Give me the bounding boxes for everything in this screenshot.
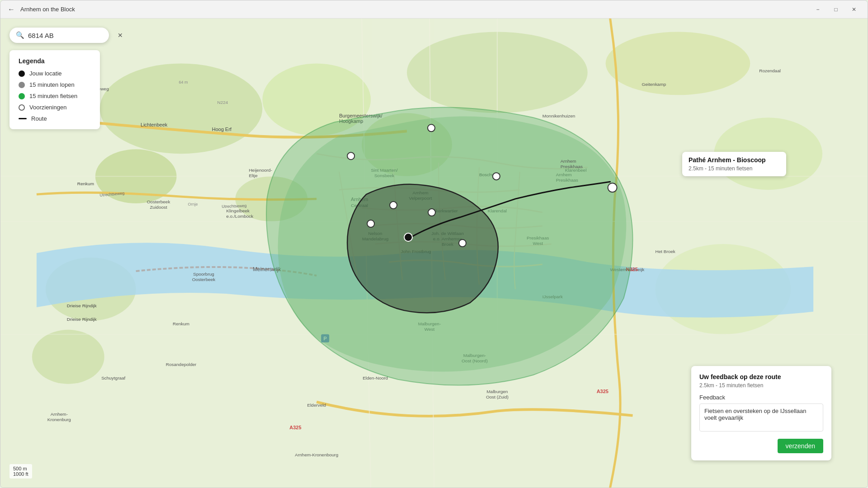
legend-item-route: Route: [19, 115, 91, 122]
location-popup: Pathé Arnhem - Bioscoop 2.5km - 15 minut…: [682, 152, 786, 176]
svg-text:Geitenkamp: Geitenkamp: [642, 82, 666, 87]
search-input[interactable]: [28, 32, 114, 39]
svg-text:Elderveld: Elderveld: [307, 403, 326, 408]
legend-item-amenities: Voorzieningen: [19, 104, 91, 111]
svg-text:Monnikenhuizen: Monnikenhuizen: [542, 113, 576, 118]
svg-text:Rozendaal: Rozendaal: [759, 68, 781, 73]
svg-text:Oost (Zuid): Oost (Zuid): [486, 394, 509, 399]
scale-line2: 1000 ft: [13, 471, 28, 477]
svg-text:Hoog Erf: Hoog Erf: [212, 127, 232, 132]
svg-text:Eltje: Eltje: [249, 173, 258, 178]
legend-label-route: Route: [31, 115, 47, 122]
svg-point-86: [347, 152, 354, 160]
legend-item-location: Jouw locatie: [19, 70, 91, 77]
svg-text:Kronenburg: Kronenburg: [47, 417, 71, 422]
svg-text:Presikhaas: Presikhaas: [561, 164, 583, 169]
svg-text:Schuytgraaf: Schuytgraaf: [101, 375, 125, 380]
feedback-title: Uw feedback op deze route: [699, 373, 823, 380]
scale-line1: 500 m: [13, 466, 28, 471]
svg-text:Drieise Rijndijk: Drieise Rijndijk: [67, 317, 97, 322]
svg-text:Oosterbeek: Oosterbeek: [147, 199, 170, 204]
window-title: Arnhem on the Block: [20, 6, 810, 13]
legend-title: Legenda: [19, 57, 91, 65]
legend-item-cycling: 15 minuten fietsen: [19, 93, 91, 99]
search-icon: 🔍: [16, 31, 24, 39]
scale-bar: 500 m 1000 ft: [9, 464, 32, 479]
svg-text:Elden-Noord: Elden-Noord: [363, 375, 388, 380]
svg-point-95: [608, 183, 617, 192]
clear-icon[interactable]: ✕: [118, 32, 123, 39]
svg-point-10: [32, 330, 104, 384]
legend-label-walking: 15 minuten lopen: [29, 81, 75, 88]
legend-label-amenities: Voorzieningen: [29, 104, 66, 111]
location-popup-title: Pathé Arnhem - Bioscoop: [689, 156, 780, 164]
svg-text:Lichtenbeek: Lichtenbeek: [141, 122, 168, 127]
close-button[interactable]: ✕: [846, 2, 862, 17]
svg-text:Arnhem-: Arnhem-: [51, 412, 68, 417]
svg-text:Arnhem: Arnhem: [561, 159, 576, 164]
svg-text:Drieise Rijndijk: Drieise Rijndijk: [67, 303, 97, 308]
window-controls: − □ ✕: [810, 2, 862, 17]
legend-panel: Legenda Jouw locatie 15 minuten lopen 15…: [9, 50, 100, 129]
svg-point-1: [100, 63, 263, 154]
svg-text:Renkum: Renkum: [173, 321, 189, 326]
svg-text:Utrechtseweg: Utrechtseweg: [222, 203, 246, 209]
svg-text:Het Broek: Het Broek: [655, 249, 675, 254]
legend-label-cycling: 15 minuten fietsen: [29, 93, 77, 99]
legend-label-location: Jouw locatie: [29, 70, 62, 77]
svg-point-92: [404, 233, 412, 241]
feedback-footer: verzenden: [699, 439, 823, 453]
svg-text:Ornje: Ornje: [188, 202, 198, 206]
minimize-button[interactable]: −: [810, 2, 826, 17]
svg-point-88: [428, 209, 435, 216]
svg-point-91: [459, 239, 466, 247]
svg-text:A325: A325: [597, 389, 609, 394]
feedback-textarea[interactable]: [699, 404, 823, 432]
svg-text:Zuidoost: Zuidoost: [150, 205, 167, 210]
svg-point-90: [493, 173, 500, 180]
maximize-button[interactable]: □: [828, 2, 844, 17]
feedback-label: Feedback: [699, 394, 823, 401]
legend-dot-black: [19, 70, 25, 77]
svg-text:Klingelbeek: Klingelbeek: [226, 208, 250, 213]
feedback-panel: Uw feedback op deze route 2.5km - 15 min…: [691, 366, 831, 460]
svg-text:Rosandepolder: Rosandepolder: [166, 362, 197, 367]
svg-text:Oosterbeek: Oosterbeek: [192, 277, 216, 282]
svg-text:e.o./Lombock: e.o./Lombock: [226, 214, 253, 219]
svg-text:Malburgen: Malburgen: [486, 389, 508, 394]
svg-text:A325: A325: [289, 425, 301, 430]
legend-dot-green: [19, 93, 25, 99]
legend-item-walking: 15 minuten lopen: [19, 81, 91, 88]
svg-text:N224: N224: [217, 100, 228, 105]
svg-point-89: [367, 220, 374, 227]
svg-text:Heijenoord-: Heijenoord-: [249, 168, 272, 173]
feedback-submit-button[interactable]: verzenden: [778, 439, 823, 453]
titlebar: ← Arnhem on the Block − □ ✕: [0, 0, 868, 19]
legend-line: [19, 118, 27, 119]
svg-text:Spoorbrug: Spoorbrug: [193, 272, 214, 277]
svg-text:Renkum: Renkum: [77, 181, 94, 186]
svg-point-87: [390, 202, 397, 209]
legend-dot-outline: [19, 104, 25, 111]
location-popup-subtitle: 2.5km - 15 minuten fietsen: [689, 165, 780, 172]
svg-point-85: [428, 124, 435, 131]
search-bar: 🔍 ✕: [9, 28, 109, 43]
legend-dot-gray: [19, 82, 25, 88]
feedback-subtitle: 2.5km - 15 minuten fietsen: [699, 382, 823, 389]
svg-point-5: [606, 32, 750, 95]
svg-text:64 m: 64 m: [179, 80, 188, 84]
svg-text:Arnhem-Kronenbourg: Arnhem-Kronenbourg: [295, 452, 338, 457]
app-window: ← Arnhem on the Block − □ ✕: [0, 0, 868, 488]
map-container[interactable]: Arnhem Centraal Arnhem Velperpoort Spijk…: [0, 19, 868, 488]
back-button[interactable]: ←: [6, 4, 17, 15]
